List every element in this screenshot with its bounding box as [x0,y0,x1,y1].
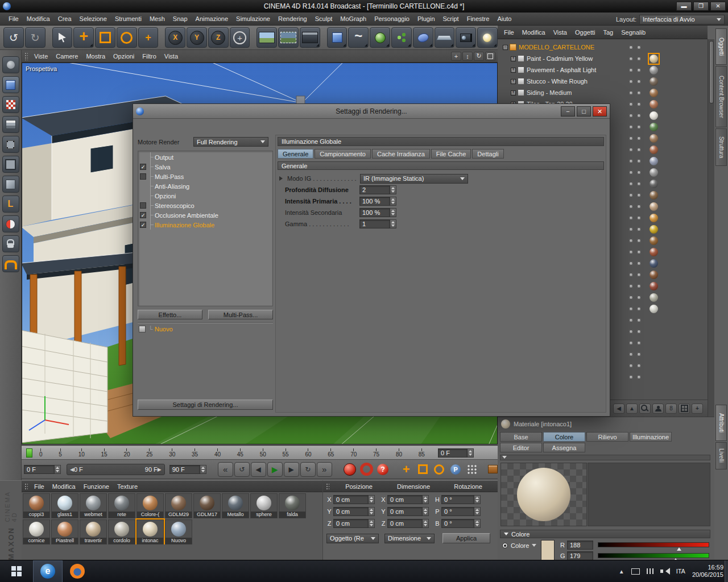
object-row[interactable]: Stucco - White Rough [501,76,596,87]
material-thumbnail[interactable]: cornice [23,519,50,544]
up-icon[interactable] [626,404,638,414]
render-setting-item[interactable]: Occlusione Ambientale [138,210,272,220]
material-tag-icon[interactable] [650,180,658,188]
pan-icon[interactable] [451,52,461,61]
menu-item[interactable]: Mesh [146,15,169,22]
gamma-field[interactable]: 1 [359,219,390,228]
render-preset-item[interactable]: └ Nuovo [139,326,173,332]
material-tag-icon[interactable] [650,146,658,154]
material-thumbnail[interactable]: intonac [136,519,164,544]
color-section-header[interactable]: Colore [500,530,710,538]
redo-icon[interactable] [25,27,46,48]
render-settings-icon[interactable] [300,27,320,48]
keyframe-selection-icon[interactable] [375,462,391,477]
tab-oggetti[interactable]: Oggetti [715,28,727,65]
rotation-stepper[interactable] [474,495,481,504]
material-tag-icon[interactable] [650,248,658,256]
render-setting-item[interactable]: Salva [138,162,272,172]
texture-axis-mode-icon[interactable] [2,215,19,232]
menu-item[interactable]: Finestre [463,15,494,22]
make-editable-icon[interactable] [2,56,19,73]
materials-menu-item[interactable]: Texture [113,483,142,490]
settings-tab[interactable]: File Cache [431,149,471,159]
volume-icon[interactable] [660,568,669,575]
render-settings-button[interactable]: Settaggi di Rendering... [138,400,273,410]
visibility-dots-icon[interactable] [627,43,643,52]
secondary-intensity-stepper[interactable] [390,208,396,217]
visibility-dots-icon[interactable] [627,190,643,199]
render-view-icon[interactable] [257,27,277,48]
visibility-dots-icon[interactable] [627,338,643,347]
material-tag-icon[interactable] [650,123,658,131]
position-field[interactable]: 0 cm [333,519,369,528]
size-field[interactable]: 0 cm [387,519,423,528]
visibility-dots-icon[interactable] [627,225,643,234]
material-tag-icon[interactable] [650,100,658,109]
checkbox[interactable] [140,173,146,180]
dialog-close-button[interactable]: ✕ [593,106,607,117]
edges-mode-icon[interactable] [2,156,19,173]
material-thumbnail[interactable]: falda [279,493,306,518]
size-mode-dropdown[interactable]: Dimensione [384,534,435,543]
visibility-dots-icon[interactable] [627,259,643,268]
material-tag-icon[interactable] [650,77,658,86]
material-tab[interactable]: Rilievo [586,432,628,442]
visibility-dots-icon[interactable] [627,236,643,245]
material-tab[interactable]: Assegna [543,443,585,452]
channel-value-field[interactable]: 179 [567,551,593,560]
viewport-menu-item[interactable]: Mostra [82,53,109,60]
material-preview-pane[interactable] [500,463,587,526]
visibility-dots-icon[interactable] [627,304,643,313]
visibility-dots-icon[interactable] [627,179,643,188]
lock-x-icon[interactable] [165,27,185,48]
undo-icon[interactable] [3,27,24,48]
expander-icon[interactable] [511,90,516,95]
autokey-icon[interactable] [359,462,374,477]
material-tag-icon[interactable] [650,111,658,120]
object-row[interactable]: MODELLO_CARTELLONE [501,41,596,53]
record-rotation-icon[interactable] [432,462,447,477]
render-setting-item[interactable]: Stereoscopico [138,201,272,210]
material-tag-icon[interactable] [650,271,658,279]
visibility-dots-icon[interactable] [627,156,643,165]
render-setting-item[interactable]: Multi-Pass [138,172,272,181]
scrollbar-thumb[interactable] [709,41,714,103]
play-icon[interactable] [267,462,283,477]
end-frame-stepper[interactable] [200,465,206,474]
object-row[interactable]: Siding - Medium [501,87,596,98]
show-desktop-button[interactable] [725,560,728,582]
channel-slider[interactable] [598,553,709,558]
menu-item[interactable]: Personaggio [370,15,413,22]
visibility-dots-icon[interactable] [627,361,643,370]
add-generator-icon[interactable] [370,27,390,48]
material-tag-icon[interactable] [650,89,658,97]
checkbox[interactable] [140,222,146,228]
materials-menu-item[interactable]: File [30,483,48,490]
goto-start-icon[interactable] [218,462,233,477]
material-tab[interactable]: Editor [500,443,542,452]
channel-slider[interactable] [598,542,709,547]
record-position-icon[interactable] [399,462,414,477]
material-tag-icon[interactable] [650,214,658,222]
diffuse-depth-stepper[interactable] [390,185,396,194]
rotation-field[interactable]: 0 ° [441,507,474,516]
range-right-arrow-icon[interactable]: ▶ [158,467,162,472]
visibility-dots-icon[interactable] [627,327,643,336]
live-selection-icon[interactable] [52,27,73,48]
viewport-menu-item[interactable]: Opzioni [109,53,138,60]
palette-handle[interactable] [24,483,28,490]
expander-icon[interactable] [503,45,508,50]
size-stepper[interactable] [423,507,429,516]
object-manager-menu-item[interactable]: Vista [549,29,571,36]
model-mode-icon[interactable] [2,76,19,93]
material-tag-icon[interactable] [650,168,658,177]
render-setting-item[interactable]: Anti-Aliasing [138,181,272,191]
current-frame-field[interactable]: 0 F [24,465,55,474]
settings-tab[interactable]: Campionamento [315,149,371,159]
visibility-dots-icon[interactable] [627,213,643,222]
position-field[interactable]: 0 cm [333,495,369,504]
menu-item[interactable]: Plugin [413,15,439,22]
add-array-icon[interactable] [391,27,412,48]
gamma-stepper[interactable] [390,219,396,228]
material-thumbnail[interactable]: sphere [250,493,278,518]
